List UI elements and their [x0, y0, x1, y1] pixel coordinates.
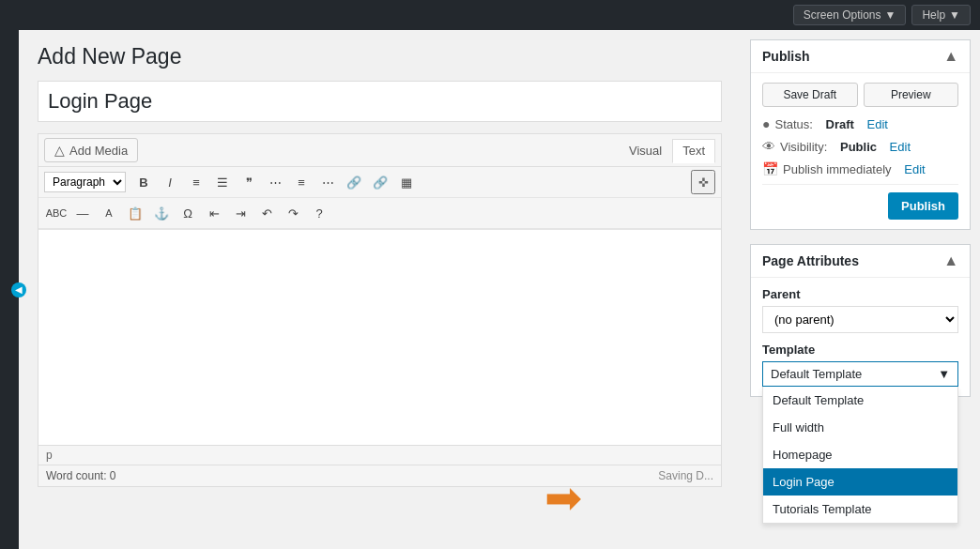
preview-button[interactable]: Preview	[864, 83, 959, 107]
editor-wrap: △ Add Media Visual Text Paragraph B I ≡	[38, 133, 722, 487]
chevron-down-icon: ▼	[938, 367, 950, 381]
page-attributes-title: Page Attributes	[762, 253, 859, 268]
word-count-value: 0	[110, 469, 116, 482]
align-left-button[interactable]: ⋯	[263, 170, 287, 194]
publish-footer: Publish	[762, 184, 958, 220]
template-option-full-width[interactable]: Full width	[763, 414, 957, 441]
visibility-label: Visibility:	[780, 140, 827, 154]
outdent-button[interactable]: ⇤	[202, 201, 226, 225]
publish-actions: Save Draft Preview	[762, 83, 958, 107]
format-select[interactable]: Paragraph	[44, 172, 126, 192]
text-color-button[interactable]: A	[97, 201, 121, 225]
unlink-button[interactable]: 🔗	[368, 170, 392, 194]
template-option-tutorials[interactable]: Tutorials Template	[763, 496, 957, 523]
publish-box-title: Publish	[762, 49, 810, 64]
word-count-label: Word count:	[46, 469, 106, 482]
unordered-list-button[interactable]: ≡	[184, 170, 208, 194]
chevron-down-icon: ▼	[885, 8, 896, 22]
page-heading: Add New Page	[38, 44, 722, 69]
publish-box-toggle[interactable]: ▲	[943, 48, 958, 65]
status-label: Status:	[774, 117, 812, 131]
publish-box-header: Publish ▲	[751, 40, 970, 73]
align-right-button[interactable]: ⋯	[315, 170, 340, 194]
visibility-row: 👁 Visibility: Public Edit	[762, 139, 958, 154]
page-attributes-header: Page Attributes ▲	[751, 245, 970, 278]
hr-button[interactable]: —	[70, 201, 95, 225]
admin-sidebar: ◀	[0, 30, 19, 549]
help-label: Help	[922, 8, 945, 22]
ordered-list-button[interactable]: ☰	[210, 170, 235, 194]
italic-button[interactable]: I	[158, 170, 182, 194]
visibility-icon: 👁	[762, 139, 775, 154]
table-button[interactable]: ▦	[394, 170, 419, 194]
tab-visual[interactable]: Visual	[619, 139, 672, 162]
template-option-homepage[interactable]: Homepage	[763, 441, 957, 468]
status-row: ● Status: Draft Edit	[762, 116, 958, 131]
chevron-down-icon: ▼	[949, 8, 960, 22]
content-area: Add New Page △ Add Media Visual Text	[19, 30, 741, 549]
saving-indicator: Saving D...	[658, 469, 713, 482]
align-center-button[interactable]: ≡	[289, 170, 314, 194]
current-tag: p	[46, 449, 53, 462]
right-sidebar: Publish ▲ Save Draft Preview ● Status: D…	[741, 30, 980, 549]
template-selected-text: Default Template	[771, 367, 862, 381]
blockquote-button[interactable]: ❞	[237, 170, 261, 194]
status-edit-link[interactable]: Edit	[867, 117, 888, 131]
add-media-button[interactable]: △ Add Media	[44, 138, 138, 162]
screen-options-label: Screen Options	[804, 8, 881, 22]
editor-body[interactable]	[38, 229, 721, 445]
visibility-value: Public	[840, 140, 877, 154]
expand-button[interactable]: ✜	[691, 170, 715, 194]
schedule-edit-link[interactable]: Edit	[904, 162, 925, 176]
screen-options-button[interactable]: Screen Options ▼	[793, 5, 907, 25]
help-button[interactable]: Help ▼	[911, 5, 971, 25]
undo-button[interactable]: ↶	[254, 201, 279, 225]
top-bar: Screen Options ▼ Help ▼	[0, 0, 980, 30]
bold-button[interactable]: B	[131, 170, 156, 194]
parent-label: Parent	[762, 287, 958, 301]
schedule-label: Publish immediately	[783, 162, 892, 176]
redo-button[interactable]: ↷	[281, 201, 305, 225]
editor-tabs: Visual Text	[619, 139, 715, 162]
template-select-display[interactable]: Default Template ▼	[762, 361, 958, 387]
paste-from-word-button[interactable]: ⚓	[149, 201, 174, 225]
link-button[interactable]: 🔗	[342, 170, 366, 194]
status-value: Draft	[826, 117, 854, 131]
page-title-input[interactable]	[38, 81, 722, 122]
schedule-row: 📅 Publish immediately Edit	[762, 161, 958, 176]
publish-button[interactable]: Publish	[888, 192, 958, 220]
editor-status-bar: p	[38, 445, 721, 465]
save-draft-button[interactable]: Save Draft	[762, 83, 858, 107]
visibility-edit-link[interactable]: Edit	[890, 140, 911, 154]
schedule-icon: 📅	[762, 161, 778, 176]
strikethrough-button[interactable]: ABC	[44, 201, 69, 225]
paste-as-text-button[interactable]: 📋	[123, 201, 147, 225]
toolbar-row-2: ABC — A 📋 ⚓ Ω ⇤ ⇥ ↶ ↷ ?	[38, 198, 721, 229]
status-icon: ●	[762, 116, 770, 131]
template-option-default[interactable]: Default Template	[763, 387, 957, 414]
special-chars-button[interactable]: Ω	[176, 201, 200, 225]
help-editor-button[interactable]: ?	[307, 201, 331, 225]
template-label: Template	[762, 343, 958, 357]
add-media-label: Add Media	[69, 144, 128, 158]
page-attributes-body: Parent (no parent) Template Default Temp…	[751, 278, 970, 396]
publish-box-body: Save Draft Preview ● Status: Draft Edit …	[751, 73, 970, 229]
indent-button[interactable]: ⇥	[228, 201, 253, 225]
page-attributes-toggle[interactable]: ▲	[943, 252, 958, 269]
sidebar-toggle[interactable]: ◀	[11, 282, 26, 297]
tab-text[interactable]: Text	[672, 139, 715, 163]
parent-select[interactable]: (no parent)	[762, 306, 958, 333]
media-icon: △	[54, 143, 65, 158]
editor-footer: Word count: 0 Saving D...	[38, 465, 721, 486]
toolbar-row-1: Paragraph B I ≡ ☰ ❞ ⋯ ≡ ⋯ 🔗 🔗 ▦ ✜	[38, 167, 721, 198]
page-attributes-box: Page Attributes ▲ Parent (no parent) Tem…	[750, 244, 971, 397]
word-count-wrap: Word count: 0	[46, 469, 116, 482]
template-dropdown-list: Default Template Full width Homepage Log…	[762, 387, 958, 524]
template-select-wrap: Default Template ▼ Default Template Full…	[762, 361, 958, 387]
template-option-login-page[interactable]: Login Page	[763, 468, 957, 496]
publish-box: Publish ▲ Save Draft Preview ● Status: D…	[750, 39, 971, 230]
